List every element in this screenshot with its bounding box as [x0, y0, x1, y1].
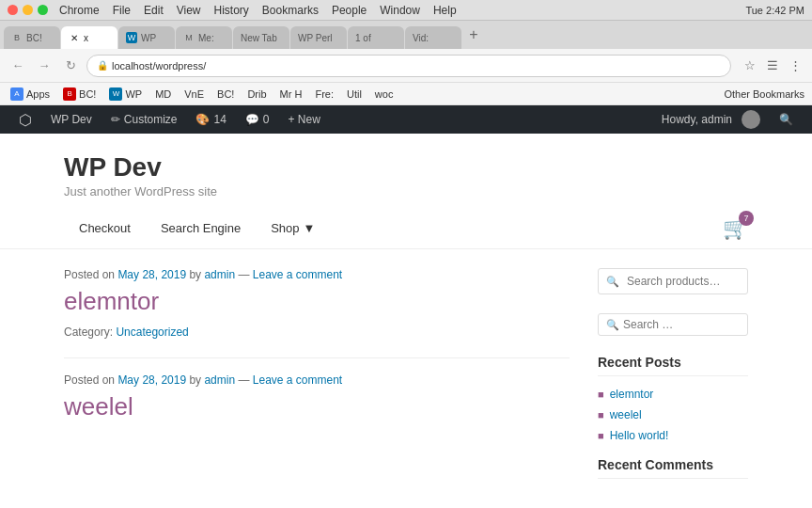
nav-search-engine[interactable]: Search Engine — [146, 208, 256, 249]
post-1-date[interactable]: May 28, 2019 — [117, 268, 186, 281]
tab-vid[interactable]: Vid: — [405, 26, 461, 49]
os-menu-history[interactable]: History — [214, 4, 249, 17]
bookmark-drib-label: Drib — [247, 88, 266, 100]
post-2-date[interactable]: May 28, 2019 — [117, 373, 186, 387]
wp-themes-item[interactable]: 🎨 14 — [186, 105, 235, 134]
recent-post-link-3[interactable]: Hello world! — [610, 429, 669, 442]
wp-customize-item[interactable]: ✏ Customize — [102, 105, 187, 134]
wp-search-icon-item[interactable]: 🔍 — [770, 105, 803, 134]
tab-x-active[interactable]: ✕ x — [61, 26, 117, 49]
address-bar[interactable]: 🔒 localhost/wordpress/ — [86, 55, 731, 77]
tab-1of[interactable]: 1 of — [348, 26, 404, 49]
minimize-dot[interactable] — [23, 5, 33, 15]
back-button[interactable]: ← — [8, 56, 28, 76]
nav-shop[interactable]: Shop ▼ — [256, 208, 330, 249]
bookmarks-other[interactable]: Other Bookmarks — [724, 88, 804, 100]
bookmark-mrh[interactable]: Mr H — [277, 88, 305, 100]
tab-wpperl[interactable]: WP Perl — [290, 26, 347, 49]
forward-button[interactable]: → — [34, 56, 55, 76]
wp-logo-icon: ⬡ — [19, 111, 32, 129]
tab-label-active: x — [84, 33, 88, 43]
tab-label-1of: 1 of — [355, 33, 371, 43]
tab-wp[interactable]: W WP — [118, 26, 175, 49]
post-2-title[interactable]: weelel — [64, 392, 570, 421]
post-divider — [64, 357, 570, 358]
sidebar-search: 🔍 — [598, 313, 748, 336]
close-dot[interactable] — [8, 5, 18, 15]
content-area: Posted on May 28, 2019 by admin — Leave … — [64, 268, 570, 507]
bookmark-woc-label: woc — [375, 88, 394, 100]
tab-me[interactable]: M Me: — [176, 26, 232, 49]
os-menu-chrome[interactable]: Chrome — [59, 4, 100, 17]
wp-site-name-item[interactable]: WP Dev — [41, 105, 102, 134]
bookmark-woc[interactable]: woc — [372, 88, 397, 100]
tab-bar: B BC! ✕ x W WP M Me: New Tab WP Perl 1 o… — [0, 21, 812, 49]
bookmarks-bar: A Apps B BC! W WP MD VnE BC! Drib Mr H F… — [0, 83, 812, 105]
comments-icon: 💬 — [245, 113, 259, 126]
wp-howdy-item[interactable]: Howdy, admin — [652, 105, 770, 134]
os-menu-view[interactable]: View — [177, 4, 201, 17]
new-tab-button[interactable]: + — [462, 25, 485, 44]
os-menu-file[interactable]: File — [113, 4, 131, 17]
post-1-title[interactable]: elemntor — [64, 287, 570, 316]
recent-post-link-1[interactable]: elemntor — [610, 388, 654, 401]
post-1-meta: Posted on May 28, 2019 by admin — Leave … — [64, 268, 570, 281]
bookmark-fre[interactable]: Fre: — [312, 88, 336, 100]
recent-post-item-3: ■ Hello world! — [598, 429, 748, 442]
os-bar: Chrome File Edit View History Bookmarks … — [0, 0, 812, 21]
os-menu-people[interactable]: People — [332, 4, 367, 17]
bookmark-apps[interactable]: A Apps — [8, 87, 53, 101]
post-1-category-link[interactable]: Uncategorized — [116, 325, 188, 339]
bookmark-vne[interactable]: VnE — [181, 88, 207, 100]
bookmark-md[interactable]: MD — [152, 88, 174, 100]
bookmark-bc2-label: BC! — [217, 88, 234, 100]
wp-site-name: WP Dev — [51, 113, 92, 126]
sidebar-search-input[interactable] — [623, 318, 740, 331]
extensions-icon[interactable]: ☰ — [763, 56, 782, 75]
bookmark-wp[interactable]: W WP — [106, 87, 145, 101]
bookmark-drib[interactable]: Drib — [244, 88, 269, 100]
bookmark-apps-label: Apps — [26, 88, 50, 100]
tab-bc[interactable]: B BC! — [4, 26, 60, 49]
recent-post-icon-2: ■ — [598, 409, 604, 421]
site-header: WP Dev Just another WordPress site — [0, 134, 812, 208]
recent-post-link-2[interactable]: weelel — [610, 408, 642, 421]
wp-new-item[interactable]: + New — [279, 105, 330, 134]
tab-favicon-me: M — [183, 32, 195, 43]
os-menu-help[interactable]: Help — [433, 4, 457, 17]
maximize-dot[interactable] — [38, 5, 48, 15]
wp-comments-item[interactable]: 💬 0 — [236, 105, 279, 134]
bookmark-bc2[interactable]: BC! — [214, 88, 237, 100]
wp-logo-item[interactable]: ⬡ — [9, 105, 41, 134]
products-search-input[interactable] — [627, 269, 747, 294]
site-nav: Checkout Search Engine Shop ▼ 🛒 7 — [0, 208, 812, 249]
os-menu-bookmarks[interactable]: Bookmarks — [262, 4, 319, 17]
os-menu-window[interactable]: Window — [380, 4, 420, 17]
recent-post-icon-1: ■ — [598, 389, 604, 400]
bookmark-bc[interactable]: B BC! — [60, 87, 99, 101]
tab-favicon-bc: B — [11, 32, 23, 43]
nav-checkout[interactable]: Checkout — [64, 208, 146, 249]
site-tagline: Just another WordPress site — [64, 184, 748, 198]
products-search-box: 🔍 — [598, 268, 748, 294]
wp-comments-count: 0 — [263, 113, 270, 126]
reload-button[interactable]: ↻ — [60, 56, 81, 76]
os-menu-edit[interactable]: Edit — [144, 4, 164, 17]
nav-shop-label: Shop — [271, 221, 299, 235]
post-1-author[interactable]: admin — [204, 268, 235, 281]
tab-newtab[interactable]: New Tab — [233, 26, 289, 49]
bookmark-util[interactable]: Util — [344, 88, 365, 100]
bookmark-fre-label: Fre: — [315, 88, 334, 100]
star-icon[interactable]: ☆ — [741, 56, 759, 75]
post-1-category: Category: Uncategorized — [64, 325, 570, 339]
post-1-comment[interactable]: Leave a comment — [253, 268, 342, 281]
tab-favicon-active: ✕ — [69, 32, 80, 43]
wp-admin-right: Howdy, admin 🔍 — [652, 105, 803, 134]
post-2-comment[interactable]: Leave a comment — [253, 373, 342, 387]
menu-icon[interactable]: ⋮ — [786, 56, 804, 75]
traffic-lights[interactable] — [8, 5, 48, 15]
cart-icon[interactable]: 🛒 7 — [723, 216, 748, 241]
wp-admin-avatar — [742, 110, 760, 129]
bookmark-wp-label: WP — [125, 88, 142, 100]
post-2-author[interactable]: admin — [204, 373, 235, 387]
